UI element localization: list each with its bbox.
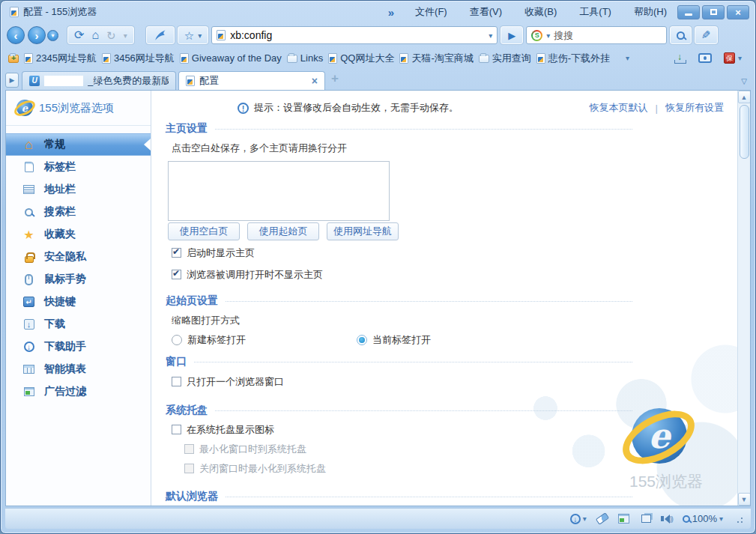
sidebar-item-favorites[interactable]: ★ 收藏夹 — [6, 223, 151, 246]
quick-launch-swoosh-icon[interactable] — [153, 28, 168, 42]
edit-pencil-icon[interactable]: ✎ — [701, 28, 711, 42]
refresh-icon[interactable]: ⟳ — [74, 29, 84, 41]
checkbox-unchecked-icon[interactable] — [172, 425, 181, 434]
radio-unselected-icon[interactable] — [172, 335, 182, 345]
homepage-buttons: 使用空白页 使用起始页 使用网址导航 — [168, 222, 632, 240]
new-tab-button[interactable]: + — [331, 71, 339, 86]
sidebar-item-shortcuts[interactable]: ↵ 快捷键 — [6, 291, 151, 313]
star-icon: ★ — [22, 228, 35, 241]
download-helper-caret-icon[interactable]: ▾ — [583, 515, 587, 523]
bookmark-item[interactable]: 3456网址导航 — [102, 52, 175, 65]
sidebar-item-searchbar[interactable]: 搜索栏 — [6, 201, 151, 223]
minimize-button[interactable] — [677, 5, 700, 19]
scroll-up-icon[interactable]: ▲ — [738, 91, 751, 103]
tab-inactive[interactable]: U _绿色免费的最新版软... — [22, 71, 176, 90]
bookmark-item[interactable]: 天猫-淘宝商城 — [399, 52, 473, 65]
menu-overflow-icon[interactable]: » — [388, 6, 393, 19]
recent-pages-caret-icon[interactable]: ▾ — [124, 31, 127, 40]
tab-list-button[interactable]: ▶ — [5, 73, 19, 88]
homepage-textarea[interactable] — [168, 161, 390, 221]
checkbox-checked-icon[interactable] — [172, 248, 181, 258]
pages-icon[interactable] — [641, 515, 651, 523]
zoom-level[interactable]: 100% — [692, 513, 717, 524]
web-save-caret-icon[interactable]: ▾ — [738, 54, 742, 62]
single-window-checkbox-row[interactable]: 只打开一个浏览器窗口 — [172, 375, 632, 388]
resize-grip[interactable] — [734, 515, 743, 524]
menu-view[interactable]: 查看(V) — [470, 5, 502, 19]
sidebar-item-addressbar[interactable]: 地址栏 — [6, 178, 151, 201]
bookmark-folder[interactable]: 实用查询 — [479, 52, 531, 65]
menu-tools[interactable]: 工具(T) — [579, 5, 611, 19]
favorites-star-icon[interactable]: ☆ — [184, 30, 194, 41]
sidebar-item-download-helper[interactable]: ↓ 下载助手 — [6, 336, 151, 358]
maximize-button[interactable] — [702, 5, 725, 19]
download-manager-icon[interactable]: ↓ — [674, 53, 686, 64]
search-engine-caret-icon[interactable]: ▾ — [546, 31, 550, 40]
screenshot-camera-icon[interactable] — [698, 53, 712, 63]
web-save-icon[interactable]: 保 — [724, 52, 735, 64]
sidebar-item-mouse-gestures[interactable]: 鼠标手势 — [6, 268, 151, 291]
checkbox-checked-icon[interactable] — [172, 270, 181, 279]
zoom-caret-icon[interactable]: ▾ — [719, 515, 723, 523]
use-blank-page-button[interactable]: 使用空白页 — [168, 222, 240, 240]
tab-favicon: U — [29, 76, 40, 86]
restore-page-defaults-link[interactable]: 恢复本页默认 — [590, 101, 648, 115]
tab-active[interactable]: 配置 × — [178, 71, 325, 90]
search-input[interactable] — [554, 30, 686, 41]
scrollbar-thumb[interactable] — [740, 105, 749, 159]
section-startpage-title: 起始页设置 — [166, 294, 632, 308]
use-nav-site-button[interactable]: 使用网址导航 — [327, 222, 399, 240]
zoom-control[interactable]: 100% ▾ — [683, 513, 723, 524]
tip-text: 提示：设置修改后会自动生效，无需手动保存。 — [254, 101, 459, 115]
close-button[interactable]: × — [727, 5, 749, 19]
sidebar-item-general[interactable]: ⌂ 常规 — [6, 133, 151, 156]
tab-close-icon[interactable]: × — [312, 75, 318, 87]
minimize-to-tray-checkbox-row[interactable]: 最小化窗口时到系统托盘 — [184, 443, 632, 455]
bookmarks-overflow-caret-icon[interactable]: ▾ — [626, 54, 629, 62]
bookmark-item[interactable]: Giveaway of the Day — [180, 52, 282, 64]
eraser-icon[interactable] — [596, 512, 609, 525]
home-icon[interactable]: ⌂ — [91, 29, 99, 41]
sidebar-item-download[interactable]: ↓ 下载 — [6, 313, 151, 336]
tab-favicon — [186, 76, 195, 86]
sidebar-item-tabs[interactable]: 标签栏 — [6, 156, 151, 178]
forward-button[interactable]: › — [28, 26, 46, 44]
home-icon: ⌂ — [22, 139, 35, 151]
url-dropdown-icon[interactable]: ▾ — [489, 31, 492, 40]
sidebar-item-form-fill[interactable]: 智能填表 — [6, 358, 151, 380]
speaker-icon[interactable]: )) — [661, 515, 673, 524]
tab-dropdown-icon[interactable]: ▽ — [737, 76, 751, 87]
bookmark-item[interactable]: 悲伤-下载外挂 — [536, 52, 610, 65]
sidebar-item-ad-filter[interactable]: 广告过滤 — [6, 380, 151, 403]
section-tray-title: 系统托盘 — [166, 404, 632, 417]
sidebar-item-security[interactable]: 安全隐私 — [6, 246, 151, 268]
checkbox-unchecked-icon[interactable] — [172, 377, 181, 386]
bookmark-item[interactable]: 2345网址导航 — [24, 52, 97, 65]
radio-selected-icon[interactable] — [357, 335, 367, 345]
recent-pages-icon[interactable]: ↻ — [106, 30, 116, 41]
back-button[interactable]: ‹ — [7, 26, 25, 44]
download-helper-status-icon[interactable]: ↓ — [570, 514, 581, 524]
use-start-page-button[interactable]: 使用起始页 — [247, 222, 319, 240]
vertical-scrollbar[interactable]: ▲ ▼ — [737, 91, 750, 506]
tip-row: ! 提示：设置修改后会自动生效，无需手动保存。 恢复本页默认 | 恢复所有设置 — [166, 101, 737, 115]
search-button-icon[interactable] — [677, 31, 685, 40]
menu-favorites[interactable]: 收藏(B) — [524, 5, 557, 19]
menu-file[interactable]: 文件(F) — [415, 5, 447, 19]
no-homepage-when-invoked-checkbox-row[interactable]: 浏览器被调用打开时不显示主页 — [172, 268, 632, 281]
ad-filter-status-icon[interactable] — [618, 514, 629, 524]
restore-all-settings-link[interactable]: 恢复所有设置 — [665, 101, 724, 115]
search-engine-icon[interactable] — [531, 30, 542, 41]
add-bookmark-folder-icon[interactable] — [8, 55, 19, 63]
scroll-down-icon[interactable]: ▼ — [738, 493, 751, 506]
go-button[interactable]: ▶ — [508, 30, 515, 41]
favorites-caret-icon[interactable]: ▾ — [198, 31, 202, 40]
bookmark-item[interactable]: QQ网址大全 — [328, 52, 394, 65]
show-homepage-on-start-checkbox-row[interactable]: 启动时显示主页 — [172, 246, 632, 259]
tray-icon-checkbox-row[interactable]: 在系统托盘显示图标 — [172, 423, 632, 436]
bookmark-folder[interactable]: Links — [287, 52, 323, 64]
url-input[interactable] — [230, 29, 484, 41]
menu-help[interactable]: 帮助(H) — [634, 5, 667, 19]
close-to-tray-checkbox-row[interactable]: 关闭窗口时最小化到系统托盘 — [184, 462, 632, 475]
history-dropdown-icon[interactable]: ▾ — [47, 30, 58, 41]
